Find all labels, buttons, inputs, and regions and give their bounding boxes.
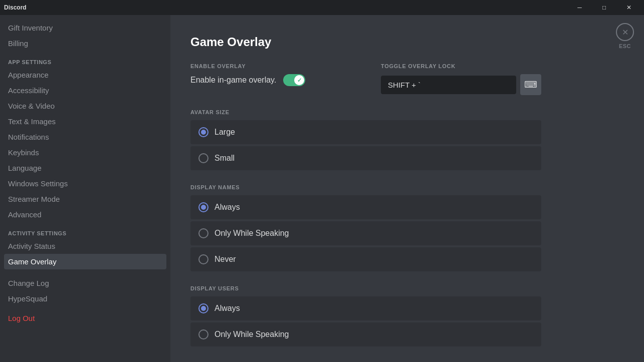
avatar-size-section: AVATAR SIZE Large Small	[190, 109, 541, 170]
content-area: ✕ ESC Game Overlay ENABLE OVERLAY Enable…	[170, 15, 644, 362]
keybind-row: ⌨	[381, 74, 541, 95]
display-names-always[interactable]: Always	[190, 195, 541, 219]
avatar-large-label: Large	[214, 128, 235, 137]
display-users-speaking[interactable]: Only While Speaking	[190, 322, 541, 346]
minimize-button[interactable]: ─	[568, 0, 591, 15]
radio-inner-names-always	[201, 205, 206, 210]
radio-inner-large	[201, 130, 206, 135]
sidebar-item-keybinds[interactable]: Keybinds	[4, 145, 166, 160]
avatar-size-label: AVATAR SIZE	[190, 109, 541, 115]
sidebar: Gift Inventory Billing APP SETTINGS Appe…	[0, 15, 170, 362]
sidebar-item-activity-status[interactable]: Activity Status	[4, 238, 166, 254]
esc-circle-icon: ✕	[616, 23, 634, 41]
enable-overlay-col: ENABLE OVERLAY Enable in-game overlay. ✓	[190, 63, 351, 86]
close-button[interactable]: ✕	[617, 0, 640, 15]
enable-overlay-inner: Enable in-game overlay. ✓	[190, 74, 351, 86]
sidebar-item-notifications[interactable]: Notifications	[4, 129, 166, 145]
window-controls: ─ □ ✕	[568, 0, 640, 15]
sidebar-item-language[interactable]: Language	[4, 160, 166, 176]
sidebar-item-gift-inventory[interactable]: Gift Inventory	[4, 20, 166, 36]
keyboard-icon: ⌨	[524, 79, 537, 90]
sidebar-item-text-images[interactable]: Text & Images	[4, 114, 166, 129]
sidebar-item-accessibility[interactable]: Accessibility	[4, 83, 166, 98]
main-layout: Gift Inventory Billing APP SETTINGS Appe…	[0, 15, 644, 362]
page-title: Game Overlay	[190, 35, 541, 49]
avatar-size-small[interactable]: Small	[190, 146, 541, 170]
radio-circle-names-never	[198, 254, 208, 264]
display-names-never[interactable]: Never	[190, 247, 541, 271]
overlay-top-row: ENABLE OVERLAY Enable in-game overlay. ✓…	[190, 63, 541, 95]
toggle-overlay-lock-col: TOGGLE OVERLAY LOCK ⌨	[381, 63, 541, 95]
sidebar-item-voice-video[interactable]: Voice & Video	[4, 98, 166, 114]
keyboard-record-button[interactable]: ⌨	[520, 74, 541, 95]
display-names-speaking-label: Only While Speaking	[214, 229, 289, 238]
toggle-overlay-lock-label: TOGGLE OVERLAY LOCK	[381, 63, 541, 69]
sidebar-item-billing[interactable]: Billing	[4, 36, 166, 51]
radio-circle-users-speaking	[198, 329, 208, 339]
display-users-label: DISPLAY USERS	[190, 285, 541, 291]
titlebar: Discord ─ □ ✕	[0, 0, 644, 15]
enable-overlay-label: ENABLE OVERLAY	[190, 63, 351, 69]
sidebar-item-change-log[interactable]: Change Log	[4, 275, 166, 291]
radio-circle-names-speaking	[198, 228, 208, 238]
display-users-speaking-label: Only While Speaking	[214, 330, 289, 339]
display-names-speaking[interactable]: Only While Speaking	[190, 221, 541, 245]
radio-circle-large	[198, 127, 208, 137]
radio-circle-small	[198, 153, 208, 163]
app-settings-label: APP SETTINGS	[4, 54, 166, 67]
display-names-never-label: Never	[214, 255, 236, 264]
sidebar-item-game-overlay[interactable]: Game Overlay	[4, 254, 166, 269]
toggle-check-icon: ✓	[297, 77, 302, 84]
page-content: Game Overlay ENABLE OVERLAY Enable in-ga…	[170, 15, 561, 362]
radio-circle-names-always	[198, 202, 208, 212]
app-title: Discord	[4, 4, 27, 11]
display-users-always-label: Always	[214, 304, 240, 313]
radio-inner-users-always	[201, 306, 206, 311]
logout-button[interactable]: Log Out	[4, 310, 166, 326]
display-names-always-label: Always	[214, 203, 240, 212]
display-names-section: DISPLAY NAMES Always Only While Speaking…	[190, 184, 541, 271]
display-names-label: DISPLAY NAMES	[190, 184, 541, 190]
avatar-size-large[interactable]: Large	[190, 120, 541, 144]
esc-label: ESC	[619, 43, 631, 49]
toggle-knob: ✓	[294, 75, 304, 85]
sidebar-item-appearance[interactable]: Appearance	[4, 67, 166, 83]
sidebar-item-windows-settings[interactable]: Windows Settings	[4, 176, 166, 191]
sidebar-item-streamer-mode[interactable]: Streamer Mode	[4, 191, 166, 207]
display-users-section: DISPLAY USERS Always Only While Speaking	[190, 285, 541, 346]
sidebar-item-advanced[interactable]: Advanced	[4, 207, 166, 222]
maximize-button[interactable]: □	[593, 0, 615, 15]
display-users-always[interactable]: Always	[190, 296, 541, 320]
activity-settings-label: ACTIVITY SETTINGS	[4, 225, 166, 238]
esc-button[interactable]: ✕ ESC	[616, 23, 634, 49]
enable-overlay-text: Enable in-game overlay.	[190, 76, 276, 85]
avatar-small-label: Small	[214, 154, 235, 163]
radio-circle-users-always	[198, 303, 208, 313]
sidebar-item-hypesquad[interactable]: HypeSquad	[4, 291, 166, 306]
enable-overlay-toggle[interactable]: ✓	[283, 74, 305, 86]
keybind-input[interactable]	[381, 76, 516, 94]
